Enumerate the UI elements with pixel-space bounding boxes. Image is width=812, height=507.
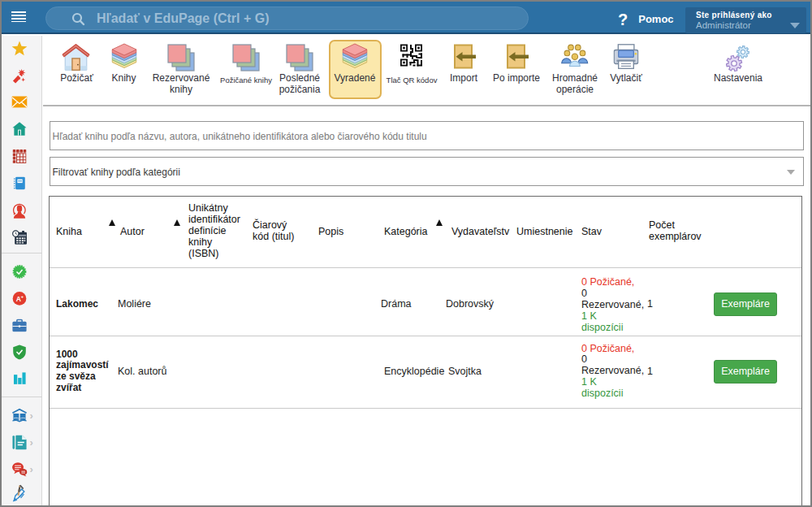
svg-text:+: +	[20, 293, 24, 299]
svg-text:A: A	[15, 295, 20, 303]
